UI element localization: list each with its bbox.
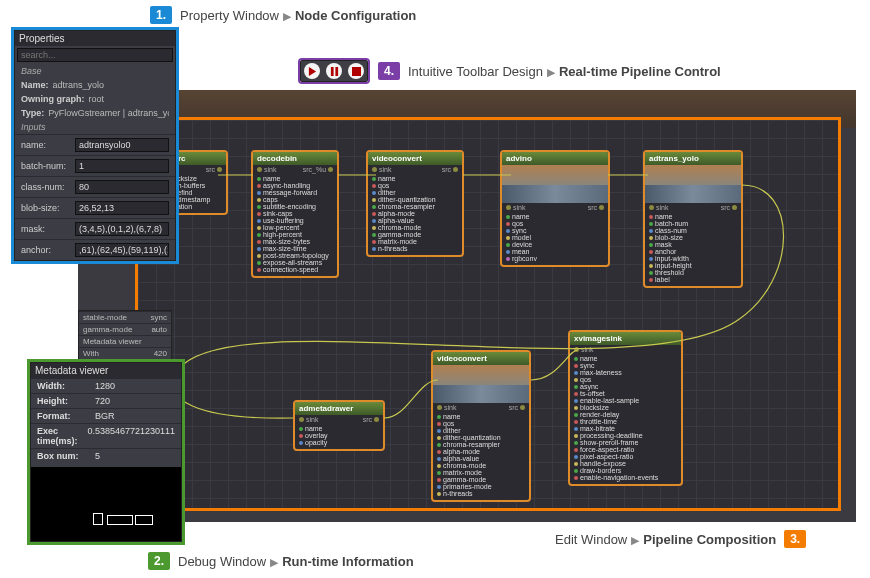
node-title: admetadrawer: [295, 402, 383, 415]
edit-window[interactable]: filesrc src blocksizenum-bufferstypefind…: [78, 90, 856, 522]
prop-batch-num: batch-num:1: [15, 155, 175, 176]
node-title: videoconvert: [433, 352, 529, 365]
prop-mask: mask:(3,4,5),(0,1,2),(6,7,8): [15, 218, 175, 239]
debug-title: Metadata viewer: [31, 363, 181, 378]
prop-name: name:adtransyolo0: [15, 134, 175, 155]
callout-4: 4. Intuitive Toolbar Design▶Real-time Pi…: [378, 62, 721, 80]
node-title: videoconvert: [368, 152, 462, 165]
properties-search[interactable]: [17, 48, 173, 62]
node-admetadrawer[interactable]: admetadrawer sinksrc nameoverlayopacity: [293, 400, 385, 451]
node-videoconvert-top[interactable]: videoconvert sinksrc nameqosditherdither…: [366, 150, 464, 257]
callout-1: 1. Property Window▶Node Configuration: [150, 6, 416, 24]
callout-3-num: 3.: [784, 530, 806, 548]
meta-width: Width:1280: [31, 378, 181, 393]
node-title: xvimagesink: [570, 332, 681, 345]
callout-4-num: 4.: [378, 62, 400, 80]
callout-2-num: 2.: [148, 552, 170, 570]
node-title: decodebin: [253, 152, 337, 165]
property-window: Properties Base Name:adtrans_yolo Owning…: [14, 30, 176, 261]
video-preview: [433, 365, 529, 403]
meta-exec-time: Exec time(ms):0.5385467721230111: [31, 423, 181, 448]
meta-box-num: Box num:5: [31, 448, 181, 463]
node-xvimagesink[interactable]: xvimagesink sink namesyncmax-latenessqos…: [568, 330, 683, 486]
properties-title: Properties: [15, 31, 175, 46]
callout-3-text: Edit Window▶Pipeline Composition: [555, 532, 776, 547]
node-title: adtrans_yolo: [645, 152, 741, 165]
node-decodebin[interactable]: decodebin sinksrc_%u nameasync-handlingm…: [251, 150, 339, 278]
prop-blob-size: blob-size:26,52,13: [15, 197, 175, 218]
callout-2: 2. Debug Window▶Run-time Information: [148, 552, 414, 570]
debug-window: Metadata viewer Width:1280 Height:720 Fo…: [30, 362, 182, 542]
callout-1-text: Property Window▶Node Configuration: [180, 8, 416, 23]
prop-anchor: anchor:,61),(62,45),(59,119),(116,90),(1…: [15, 239, 175, 260]
meta-height: Height:720: [31, 393, 181, 408]
callout-2-text: Debug Window▶Run-time Information: [178, 554, 414, 569]
callout-4-text: Intuitive Toolbar Design▶Real-time Pipel…: [408, 64, 721, 79]
svg-rect-2: [352, 67, 361, 76]
video-preview: [502, 165, 608, 203]
node-advino[interactable]: advino sinksrc nameqossyncmodeldevicemea…: [500, 150, 610, 267]
callout-1-num: 1.: [150, 6, 172, 24]
node-title: advino: [502, 152, 608, 165]
sidebar-fragment: stable-modesync gamma-modeauto Metadata …: [78, 310, 172, 360]
node-graph-canvas[interactable]: filesrc src blocksizenum-bufferstypefind…: [138, 120, 838, 508]
play-button[interactable]: [304, 63, 320, 79]
meta-format: Format:BGR: [31, 408, 181, 423]
node-adtrans-yolo[interactable]: adtrans_yolo sinksrc namebatch-numclass-…: [643, 150, 743, 288]
section-base: Base: [15, 64, 175, 78]
video-preview: [645, 165, 741, 203]
pause-button[interactable]: [326, 63, 342, 79]
pipeline-toolbar: [300, 60, 368, 82]
node-videoconvert-bot[interactable]: videoconvert sinksrc nameqosditherdither…: [431, 350, 531, 502]
svg-rect-0: [330, 67, 333, 76]
callout-3: Edit Window▶Pipeline Composition 3.: [555, 530, 806, 548]
svg-rect-1: [335, 67, 338, 76]
prop-class-num: class-num:80: [15, 176, 175, 197]
section-inputs: Inputs: [15, 120, 175, 134]
stop-button[interactable]: [348, 63, 364, 79]
detection-preview: [31, 467, 181, 541]
